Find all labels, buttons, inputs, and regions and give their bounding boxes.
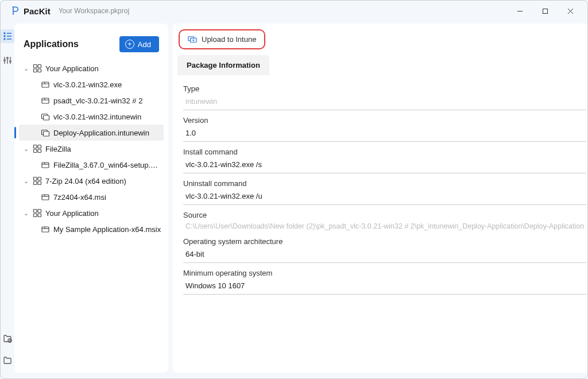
tree-label: 7-Zip 24.04 (x64 edition): [45, 177, 126, 185]
app-icon: [33, 64, 42, 73]
minos-field[interactable]: [183, 277, 586, 295]
window-controls: [507, 2, 583, 20]
svg-rect-42: [34, 210, 37, 213]
svg-point-8: [4, 38, 5, 40]
package-icon: [41, 80, 50, 89]
svg-rect-32: [42, 163, 49, 168]
svg-rect-14: [34, 65, 37, 68]
nav-tools-icon[interactable]: [1, 53, 14, 67]
svg-rect-44: [34, 214, 37, 217]
tree-label: vlc-3.0.21-win32.exe: [53, 80, 122, 89]
plus-icon: +: [125, 40, 134, 49]
nav-recent-icon[interactable]: [1, 331, 14, 345]
app-name: PacKit: [24, 6, 51, 16]
close-button[interactable]: [558, 2, 583, 20]
type-label: Type: [183, 84, 586, 93]
tree-label: Your Application: [45, 209, 99, 218]
minos-label: Minimum operating system: [183, 269, 586, 277]
tree-package[interactable]: My Sample Application-x64.msix: [19, 221, 164, 237]
app-logo: PacKit: [10, 6, 51, 16]
application-tree: ⌄ Your Application vlc-3.0.21-win32.exe …: [19, 60, 164, 237]
svg-rect-38: [38, 181, 41, 185]
type-field: [183, 93, 586, 110]
svg-rect-28: [34, 145, 37, 149]
version-label: Version: [183, 116, 586, 125]
svg-rect-25: [44, 115, 49, 120]
svg-rect-37: [34, 181, 37, 185]
svg-rect-45: [38, 214, 41, 217]
tree-label: FileZilla_3.67.0_win64-setup.exe: [53, 161, 161, 169]
app-icon: [33, 144, 42, 153]
svg-rect-43: [38, 210, 41, 213]
tree-label: Deploy-Application.intunewin: [53, 129, 149, 137]
upload-icon: [188, 36, 197, 44]
tree-app[interactable]: ⌄ 7-Zip 24.04 (x64 edition): [19, 173, 164, 189]
chevron-down-icon: ⌄: [22, 177, 29, 185]
content-panel: Upload to Intune Package Information Typ…: [173, 24, 588, 373]
tree-package[interactable]: FileZilla_3.67.0_win64-setup.exe: [19, 157, 164, 173]
package-icon: [41, 225, 50, 234]
titlebar: PacKit Your Workspace.pkproj: [1, 1, 587, 21]
svg-rect-35: [34, 177, 37, 181]
svg-rect-16: [34, 69, 37, 72]
tree-app[interactable]: ⌄ FileZilla: [19, 141, 164, 157]
tree-package[interactable]: vlc-3.0.21-win32.exe: [19, 76, 164, 92]
svg-rect-17: [38, 69, 41, 72]
svg-rect-27: [44, 132, 49, 136]
arch-field[interactable]: [183, 246, 586, 263]
tree-label: 7z2404-x64.msi: [53, 193, 106, 202]
workspace-name: Your Workspace.pkproj: [59, 7, 129, 15]
package-icon: [41, 96, 50, 105]
version-field[interactable]: [183, 125, 586, 142]
minimize-button[interactable]: [507, 2, 532, 20]
tree-label: vlc-3.0.21-win32.intunewin: [53, 113, 141, 121]
chevron-down-icon: ⌄: [22, 145, 29, 153]
package-icon: [41, 160, 50, 169]
nav-applications-icon[interactable]: [1, 29, 14, 43]
tab-package-information[interactable]: Package Information: [177, 55, 269, 75]
package-icon: [41, 192, 50, 202]
svg-point-6: [4, 36, 5, 37]
tree-app[interactable]: ⌄ Your Application: [19, 60, 164, 76]
source-label: Source: [183, 211, 586, 219]
svg-rect-15: [38, 65, 41, 68]
svg-point-12: [10, 61, 11, 63]
add-button[interactable]: + Add: [119, 36, 159, 52]
source-value: C:\Users\User\Downloads\New folder (2)\p…: [183, 219, 586, 231]
tree-label: Your Application: [45, 64, 99, 73]
svg-rect-30: [34, 149, 37, 153]
svg-rect-18: [42, 82, 49, 87]
chevron-down-icon: ⌄: [22, 210, 29, 217]
tree-app[interactable]: ⌄ Your Application: [19, 205, 164, 221]
sidebar: Applications + Add ⌄ Your Application vl…: [14, 24, 168, 373]
chevron-down-icon: ⌄: [22, 65, 29, 72]
maximize-button[interactable]: [532, 2, 558, 20]
tree-package[interactable]: Deploy-Application.intunewin: [19, 125, 164, 141]
svg-rect-21: [42, 98, 49, 103]
arch-label: Operating system architecture: [183, 237, 586, 246]
intune-package-icon: [41, 112, 50, 121]
tree-package[interactable]: vlc-3.0.21-win32.intunewin: [19, 109, 164, 125]
svg-rect-46: [42, 227, 49, 232]
tree-label: FileZilla: [45, 145, 71, 153]
tree-package[interactable]: psadt_vlc-3.0.21-win32 # 2: [19, 92, 164, 109]
app-icon: [33, 208, 42, 218]
upload-highlight: Upload to Intune: [179, 29, 265, 49]
app-icon: [33, 176, 42, 185]
upload-to-intune-button[interactable]: Upload to Intune: [188, 35, 256, 44]
svg-rect-29: [38, 145, 41, 149]
svg-point-10: [4, 60, 6, 61]
svg-point-4: [4, 33, 5, 34]
svg-rect-1: [543, 9, 547, 13]
sidebar-title: Applications: [24, 39, 79, 49]
nav-rail: [1, 21, 14, 378]
nav-open-icon[interactable]: [1, 353, 14, 367]
uninstall-command-label: Uninstall command: [183, 179, 586, 188]
uninstall-command-field[interactable]: [183, 188, 586, 205]
intune-package-icon: [41, 128, 50, 137]
packit-logo-icon: [10, 6, 20, 16]
install-command-label: Install command: [183, 148, 586, 156]
install-command-field[interactable]: [183, 156, 586, 173]
tree-label: My Sample Application-x64.msix: [53, 225, 161, 234]
tree-package[interactable]: 7z2404-x64.msi: [19, 189, 164, 205]
